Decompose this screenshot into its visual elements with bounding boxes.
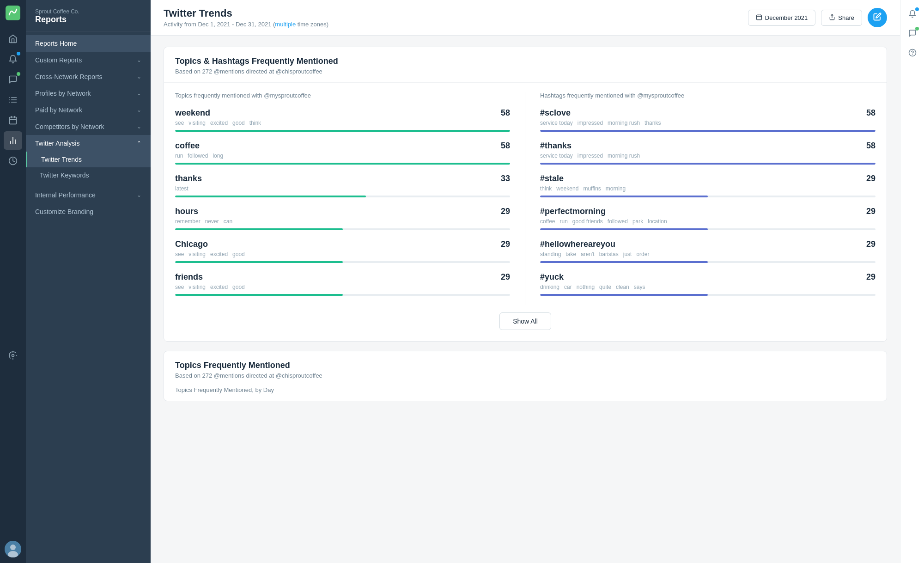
sidebar-item-label: Reports Home (35, 40, 77, 47)
date-range-button[interactable]: December 2021 (748, 10, 816, 26)
reports-icon[interactable] (4, 131, 22, 150)
topics-col-header: Topics frequently mentioned with @myspro… (175, 92, 510, 99)
card2-header: Topics Frequently Mentioned Based on 272… (164, 351, 887, 386)
list-item: hours 29 remember never can (175, 207, 510, 230)
sidebar-header: Sprout Coffee Co. Reports (26, 0, 151, 31)
hashtag-count: 29 (866, 239, 875, 249)
tasks-icon[interactable] (4, 91, 22, 109)
hashtag-tags: service today impressed morning rush tha… (540, 120, 875, 126)
progress-fill (175, 228, 343, 230)
hashtag-name: #sclove (540, 108, 571, 118)
page-title: Twitter Trends (164, 7, 328, 19)
topic-count: 33 (501, 174, 510, 184)
sidebar-item-reports-home[interactable]: Reports Home (26, 35, 151, 52)
show-all-button[interactable]: Show All (499, 312, 551, 330)
sidebar-item-internal-performance[interactable]: Internal Performance ⌄ (26, 187, 151, 203)
progress-fill (175, 294, 343, 296)
share-icon (829, 14, 835, 22)
company-name: Sprout Coffee Co. (35, 8, 141, 15)
bell-icon[interactable] (904, 6, 921, 22)
share-button[interactable]: Share (821, 10, 862, 26)
sidebar-sub-item-twitter-keywords[interactable]: Twitter Keywords (26, 167, 151, 183)
calendar-icon (756, 14, 762, 22)
hashtag-tags: drinking car nothing quite clean says (540, 284, 875, 290)
analytics-icon[interactable] (4, 152, 22, 170)
chevron-down-icon: ⌄ (137, 57, 141, 63)
progress-fill (540, 163, 875, 165)
progress-fill (540, 261, 708, 263)
activity-date: Activity from Dec 1, 2021 - Dec 31, 2021 (164, 21, 271, 28)
progress-bar (540, 261, 875, 263)
sidebar-item-profiles-by-network[interactable]: Profiles by Network ⌄ (26, 85, 151, 102)
list-item: coffee 58 run followed long (175, 141, 510, 165)
chat-icon[interactable] (904, 25, 921, 42)
chevron-up-icon: ⌃ (137, 140, 141, 147)
sidebar-item-twitter-analysis[interactable]: Twitter Analysis ⌃ (26, 135, 151, 152)
sidebar-item-cross-network[interactable]: Cross-Network Reports ⌄ (26, 68, 151, 85)
sidebar-item-label: Competitors by Network (35, 123, 104, 130)
calendar-icon[interactable] (4, 111, 22, 129)
sidebar-sub-item-label: Twitter Trends (41, 156, 82, 163)
list-item: #yuck 29 drinking car nothing quite clea… (540, 272, 875, 296)
list-item: #hellowhereareyou 29 standing take aren'… (540, 239, 875, 263)
hashtag-count: 29 (866, 272, 875, 282)
notifications-icon[interactable] (4, 50, 22, 68)
svg-rect-7 (10, 117, 17, 124)
topic-tags: see visiting excited good think (175, 120, 510, 126)
topic-tags: latest (175, 185, 510, 192)
card-header: Topics & Hashtags Frequently Mentioned B… (164, 47, 887, 83)
hashtag-name: #perfectmorning (540, 207, 606, 216)
topbar-right: December 2021 Share (748, 8, 887, 27)
sidebar-sub-item-twitter-trends[interactable]: Twitter Trends (26, 152, 151, 167)
app-logo[interactable] (6, 6, 20, 20)
progress-fill (175, 130, 510, 132)
right-rail (900, 0, 924, 563)
topic-tags: see visiting excited good (175, 251, 510, 257)
progress-fill (175, 196, 366, 197)
topic-count: 29 (501, 239, 510, 249)
progress-fill (540, 130, 875, 132)
list-item: weekend 58 see visiting excited good thi… (175, 108, 510, 132)
card-body: Topics frequently mentioned with @myspro… (164, 83, 887, 341)
topic-count: 58 (501, 141, 510, 151)
sidebar-item-paid-by-network[interactable]: Paid by Network ⌄ (26, 102, 151, 118)
help-icon[interactable] (904, 44, 921, 61)
card-title: Topics & Hashtags Frequently Mentioned (175, 56, 875, 66)
create-button[interactable] (868, 8, 887, 27)
user-avatar[interactable] (5, 541, 21, 557)
sidebar-item-label: Twitter Analysis (35, 140, 79, 147)
sidebar: Sprout Coffee Co. Reports Reports Home C… (26, 0, 151, 563)
chevron-down-icon: ⌄ (137, 107, 141, 113)
sidebar-item-competitors-by-network[interactable]: Competitors by Network ⌄ (26, 118, 151, 135)
home-icon[interactable] (4, 30, 22, 48)
progress-fill (540, 228, 708, 230)
settings-icon[interactable] (4, 346, 22, 365)
show-all-row: Show All (175, 305, 875, 332)
topic-name: coffee (175, 141, 200, 151)
topic-name: friends (175, 272, 203, 282)
list-item: Chicago 29 see visiting excited good (175, 239, 510, 263)
progress-bar (175, 163, 510, 165)
topic-count: 29 (501, 207, 510, 216)
sidebar-item-label: Custom Reports (35, 56, 82, 64)
progress-bar (175, 130, 510, 132)
topbar: Twitter Trends Activity from Dec 1, 2021… (151, 0, 900, 36)
topbar-left: Twitter Trends Activity from Dec 1, 2021… (164, 7, 328, 28)
hashtag-count: 58 (866, 141, 875, 151)
sidebar-item-custom-reports[interactable]: Custom Reports ⌄ (26, 52, 151, 68)
topic-count: 29 (501, 272, 510, 282)
sidebar-nav: Reports Home Custom Reports ⌄ Cross-Netw… (26, 31, 151, 224)
list-item: #stale 29 think weekend muffins morning (540, 174, 875, 197)
progress-bar (540, 130, 875, 132)
chevron-down-icon: ⌄ (137, 90, 141, 97)
chevron-down-icon: ⌄ (137, 123, 141, 130)
multiple-link[interactable]: multiple (275, 21, 296, 28)
hashtags-column: Hashtags frequently mentioned with @mysp… (525, 92, 875, 305)
sidebar-item-customize-branding[interactable]: Customize Branding (26, 203, 151, 220)
hashtag-count: 58 (866, 108, 875, 118)
icon-rail (0, 0, 26, 563)
topic-name: thanks (175, 174, 202, 184)
messages-icon[interactable] (4, 70, 22, 89)
page-subtitle: Activity from Dec 1, 2021 - Dec 31, 2021… (164, 21, 328, 28)
hashtag-name: #yuck (540, 272, 564, 282)
